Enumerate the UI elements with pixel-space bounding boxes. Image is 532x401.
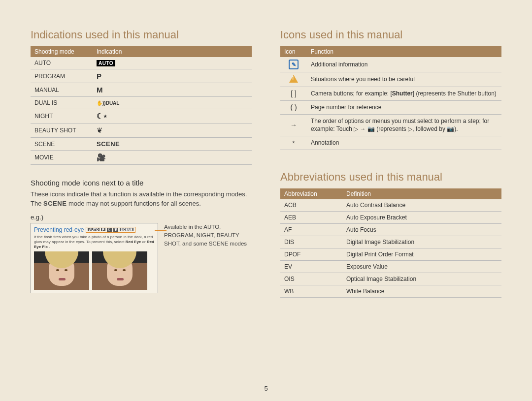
table-row: *Annotation <box>280 136 501 150</box>
def-cell: Digital Image Stabilization <box>342 236 501 248</box>
table-row: MOVIE🎥 <box>31 151 252 165</box>
table-row: MANUALM <box>31 83 252 97</box>
mode-badge: AUTO <box>88 228 100 231</box>
mode-cell: BEAUTY SHOT <box>31 123 93 138</box>
shooting-mode-body: These icons indicate that a function is … <box>31 190 252 209</box>
abbrev-table: Abbreviation Definition ACBAuto Contrast… <box>280 188 501 298</box>
table-row: BEAUTY SHOT❦ <box>31 123 252 138</box>
def-cell: Optical Image Stabilization <box>342 273 501 285</box>
function-cell: Page number for reference <box>307 100 501 114</box>
def-cell: Auto Contrast Balance <box>342 199 501 212</box>
table-row: ( )Page number for reference <box>280 100 501 114</box>
function-cell: Additional information <box>307 57 501 72</box>
example-wrap: Preventing red-eye AUTOP☾❦SCENE If the f… <box>31 223 252 293</box>
function-cell: Annotation <box>307 136 501 150</box>
example-title-row: Preventing red-eye AUTOP☾❦SCENE <box>34 226 155 233</box>
icon-cell: [ ] <box>280 87 307 101</box>
eg-label: e.g.) <box>31 214 252 221</box>
table-row: ACBAuto Contrast Balance <box>280 199 501 212</box>
note-icon: ✎ <box>289 60 299 69</box>
scene-inline-icon: SCENE <box>43 200 66 207</box>
table-row: DUAL IS✋))DUAL <box>31 97 252 109</box>
abbrev-heading: Abbreviations used in this manual <box>280 171 501 184</box>
mode-cell: PROGRAM <box>31 69 93 83</box>
indication-beauty-icon: ❦ <box>97 126 103 134</box>
indication-M-icon: M <box>97 86 103 94</box>
indication-scene-icon: SCENE <box>97 140 120 148</box>
table-row: PROGRAMP <box>31 69 252 83</box>
manual-page: Indications used in this manual Shooting… <box>0 0 532 401</box>
indications-table: Shooting mode Indication AUTOAUTOPROGRAM… <box>31 46 252 165</box>
indication-dual-icon: ✋))DUAL <box>97 100 119 106</box>
mode-cell: MANUAL <box>31 83 93 97</box>
abbr-cell: AF <box>280 223 342 236</box>
def-cell: Exposure Value <box>342 260 501 273</box>
abbr-cell: AEB <box>280 211 342 223</box>
page-number: 5 <box>0 385 532 392</box>
abbr-cell: WB <box>280 285 342 297</box>
mode-cell: SCENE <box>31 138 93 151</box>
mode-badge: ☾ <box>107 228 112 232</box>
icons-th-func: Function <box>307 46 501 57</box>
mode-cell: MOVIE <box>31 151 93 165</box>
table-row: SCENESCENE <box>31 138 252 151</box>
table-row: NIGHT☾⋆ <box>31 109 252 123</box>
indications-heading: Indications used in this manual <box>31 29 252 41</box>
callout-connector <box>155 230 166 231</box>
icons-th-icon: Icon <box>280 46 307 57</box>
abbr-cell: EV <box>280 260 342 273</box>
def-cell: Auto Exposure Bracket <box>342 211 501 223</box>
abbr-cell: ACB <box>280 199 342 212</box>
table-row: DPOFDigital Print Order Format <box>280 248 501 260</box>
indication-cell: ☾⋆ <box>93 109 252 123</box>
example-title: Preventing red-eye <box>34 226 84 233</box>
icon-cell <box>280 72 307 87</box>
body-post: mode may not support functions for all s… <box>68 200 201 207</box>
mode-cell: NIGHT <box>31 109 93 123</box>
indications-th-mode: Shooting mode <box>31 46 93 57</box>
example-face-1 <box>34 251 89 290</box>
indication-cell: P <box>93 69 252 83</box>
indication-cell: AUTO <box>93 57 252 69</box>
abbr-cell: DPOF <box>280 248 342 260</box>
icon-cell: ( ) <box>280 100 307 114</box>
table-row: DISDigital Image Stabilization <box>280 236 501 248</box>
function-cell: Camera buttons; for example: [Shutter] (… <box>307 87 501 101</box>
abbr-cell: OIS <box>280 273 342 285</box>
table-row: ✎Additional information <box>280 57 501 72</box>
mode-badge: P <box>101 228 105 231</box>
indication-night-icon: ☾⋆ <box>97 112 107 120</box>
table-row: AFAuto Focus <box>280 223 501 236</box>
example-mode-badges: AUTOP☾❦SCENE <box>86 227 135 233</box>
left-column: Indications used in this manual Shooting… <box>31 29 252 401</box>
example-callout-text: Available in the AUTO, PROGRAM, NIGHT, B… <box>164 223 252 293</box>
def-cell: White Balance <box>342 285 501 297</box>
table-row: AEBAuto Exposure Bracket <box>280 211 501 223</box>
example-images <box>34 251 155 290</box>
table-row: OISOptical Image Stabilization <box>280 273 501 285</box>
indication-cell: SCENE <box>93 138 252 151</box>
indication-cell: 🎥 <box>93 151 252 165</box>
table-row: AUTOAUTO <box>31 57 252 69</box>
abbr-cell: DIS <box>280 236 342 248</box>
indications-th-ind: Indication <box>93 46 252 57</box>
table-row: WBWhite Balance <box>280 285 501 297</box>
icon-cell: * <box>280 136 307 150</box>
def-cell: Digital Print Order Format <box>342 248 501 260</box>
table-row: Situations where you need to be careful <box>280 72 501 87</box>
function-cell: Situations where you need to be careful <box>307 72 501 87</box>
icon-cell: ✎ <box>280 57 307 72</box>
mode-cell: DUAL IS <box>31 97 93 109</box>
abbrev-th-abbr: Abbreviation <box>280 188 342 199</box>
indication-P-icon: P <box>97 72 101 80</box>
icons-heading: Icons used in this manual <box>280 29 501 41</box>
example-box: Preventing red-eye AUTOP☾❦SCENE If the f… <box>31 223 158 293</box>
icon-cell: → <box>280 114 307 136</box>
shooting-mode-sub-heading: Shooting mode icons next to a title <box>31 179 252 187</box>
indication-cell: ❦ <box>93 123 252 138</box>
mode-cell: AUTO <box>31 57 93 69</box>
mode-badge: ❦ <box>113 228 118 232</box>
table-row: EVExposure Value <box>280 260 501 273</box>
def-cell: Auto Focus <box>342 223 501 236</box>
example-face-2 <box>92 251 147 290</box>
